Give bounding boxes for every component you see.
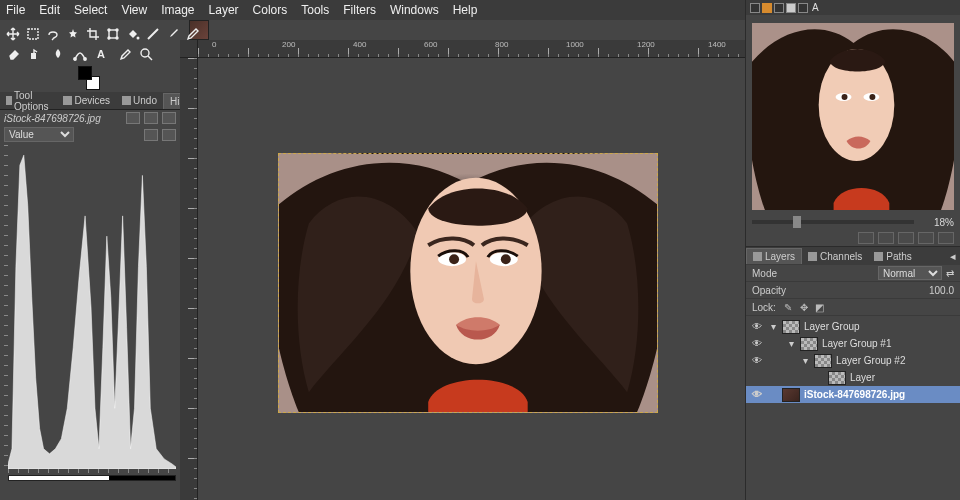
zoom-fit-button[interactable] [898,232,914,244]
rd-icon-2[interactable] [762,3,772,13]
zoom-reset-button[interactable] [938,232,954,244]
text-tool-icon[interactable]: A [94,46,110,62]
canvas[interactable] [198,58,745,500]
lock-alpha-icon[interactable]: ◩ [814,301,826,313]
layer-name: Layer Group [804,321,860,332]
color-picker-tool-icon[interactable] [116,46,132,62]
histogram-btn-a[interactable] [126,112,140,124]
layer-item-group-1[interactable]: 👁 ▾ Layer Group #1 [746,335,960,352]
menu-image[interactable]: Image [161,3,194,17]
rd-icon-5[interactable] [798,3,808,13]
menu-windows[interactable]: Windows [390,3,439,17]
layer-item-layer[interactable]: Layer [746,369,960,386]
histogram-range-slider[interactable] [8,475,176,481]
ruler-h-mark: 1200 [637,40,655,49]
canvas-image[interactable] [278,153,658,413]
tab-layers[interactable]: Layers [746,248,802,264]
visibility-toggle-icon[interactable]: 👁 [750,321,764,332]
left-dock: Tool Options Devices Undo Histogram ◂ iS… [0,92,180,500]
rect-select-tool-icon[interactable] [26,26,40,42]
layer-item-image[interactable]: 👁 iStock-847698726.jpg [746,386,960,403]
gradient-tool-icon[interactable] [146,26,160,42]
menu-colors[interactable]: Colors [253,3,288,17]
visibility-toggle-icon[interactable]: 👁 [750,355,764,366]
menu-file[interactable]: File [6,3,25,17]
smudge-tool-icon[interactable] [50,46,66,62]
expander-icon[interactable]: ▾ [786,338,796,349]
visibility-toggle-icon[interactable]: 👁 [750,338,764,349]
ruler-corner[interactable] [180,40,198,58]
menu-filters[interactable]: Filters [343,3,376,17]
rd-icon-text[interactable]: A [812,2,819,13]
fg-bg-color-swatch[interactable] [78,66,106,90]
layers-panel: Layers Channels Paths ◂ Mode Normal ⇄ Op… [746,246,960,405]
path-tool-icon[interactable] [72,46,88,62]
histogram-btn-c[interactable] [162,112,176,124]
menu-layer[interactable]: Layer [209,3,239,17]
visibility-toggle-icon[interactable]: 👁 [750,389,764,400]
histogram-plot [4,145,176,485]
zoom-slider[interactable] [752,220,914,224]
crop-tool-icon[interactable] [86,26,100,42]
free-select-tool-icon[interactable] [46,26,60,42]
rd-icon-1[interactable] [750,3,760,13]
tab-devices[interactable]: Devices [57,93,116,108]
zoom-100-button[interactable] [918,232,934,244]
transform-tool-icon[interactable] [106,26,120,42]
lock-pixels-icon[interactable]: ✎ [782,301,794,313]
bucket-fill-tool-icon[interactable] [126,26,140,42]
menu-select[interactable]: Select [74,3,107,17]
ruler-h-mark: 400 [353,40,366,49]
layer-mode-select[interactable]: Normal [878,266,942,280]
zoom-in-button[interactable] [878,232,894,244]
tab-tool-options[interactable]: Tool Options [0,88,57,114]
menu-help[interactable]: Help [453,3,478,17]
tab-paths[interactable]: Paths [868,249,918,264]
layers-dock-menu[interactable]: ◂ [946,250,960,263]
layer-item-group-2[interactable]: 👁 ▾ Layer Group #2 [746,352,960,369]
zoom-out-button[interactable] [858,232,874,244]
layer-thumbnail [800,337,818,351]
toolbox: A [0,22,180,96]
histogram-scale-log[interactable] [162,129,176,141]
expander-icon[interactable]: ▾ [768,321,778,332]
histogram-btn-b[interactable] [144,112,158,124]
move-tool-icon[interactable] [6,26,20,42]
layer-opacity-row: Opacity 100.0 [746,282,960,299]
rd-icon-4[interactable] [786,3,796,13]
ruler-h-mark: 1000 [566,40,584,49]
undo-icon [122,96,131,105]
layer-mode-switch-icon[interactable]: ⇄ [946,268,954,279]
histogram-scale-linear[interactable] [144,129,158,141]
layer-thumbnail [782,388,800,402]
expander-icon[interactable]: ▾ [800,355,810,366]
zoom-slider-thumb[interactable] [793,216,801,228]
ruler-vertical[interactable] [180,58,198,500]
tab-tool-options-label: Tool Options [14,90,51,112]
fuzzy-select-tool-icon[interactable] [66,26,80,42]
histogram-channel-select[interactable]: Value [4,127,74,142]
menu-edit[interactable]: Edit [39,3,60,17]
ruler-horizontal[interactable]: 0 200 400 600 800 1000 1200 1400 [198,40,745,58]
lock-position-icon[interactable]: ✥ [798,301,810,313]
tab-undo[interactable]: Undo [116,93,163,108]
channels-icon [808,252,817,261]
layer-opacity-label: Opacity [752,285,786,296]
paths-icon [874,252,883,261]
eraser-tool-icon[interactable] [6,46,22,62]
layer-item-group-0[interactable]: 👁 ▾ Layer Group [746,318,960,335]
layer-opacity-value[interactable]: 100.0 [929,285,954,296]
rd-icon-3[interactable] [774,3,784,13]
tab-channels[interactable]: Channels [802,249,868,264]
navigation-preview[interactable] [752,23,954,210]
zoom-tool-icon[interactable] [138,46,154,62]
foreground-color-swatch[interactable] [78,66,92,80]
menu-tools[interactable]: Tools [301,3,329,17]
clone-tool-icon[interactable] [28,46,44,62]
svg-point-5 [116,37,118,39]
menu-view[interactable]: View [121,3,147,17]
zoom-percent: 18% [920,217,954,228]
paintbrush-tool-icon[interactable] [166,26,180,42]
histogram-channel-row: Value [0,126,180,143]
layer-name: Layer Group #2 [836,355,906,366]
